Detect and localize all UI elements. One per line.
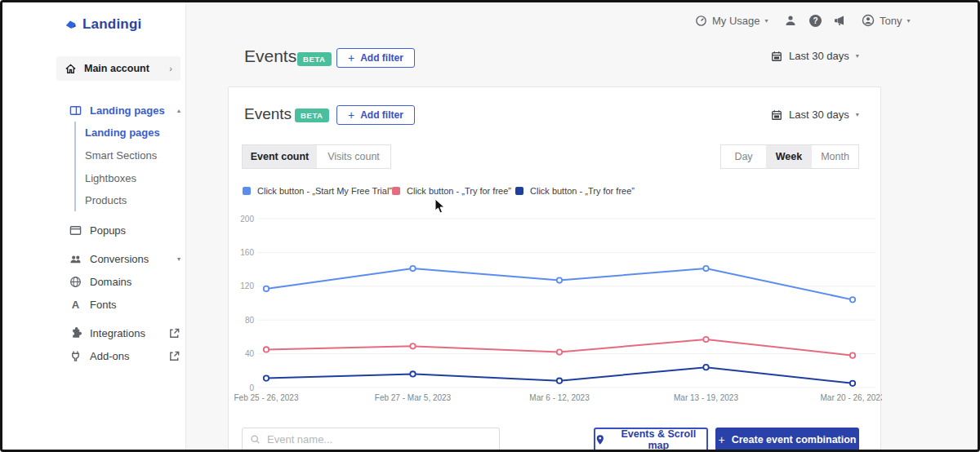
- user-name: Tony: [880, 15, 902, 27]
- chevron-up-icon: ▴: [177, 107, 180, 114]
- events-chart[interactable]: 04080120160200Feb 25 - 26, 2023Feb 27 - …: [229, 210, 882, 410]
- events-scroll-map-label: Events & Scroll map: [611, 428, 706, 451]
- events-scroll-map-button[interactable]: Events & Scroll map: [594, 428, 708, 452]
- conversions-label: Conversions: [90, 253, 169, 265]
- page-title: Events: [244, 47, 296, 66]
- sidebar-item-landing-pages[interactable]: Landing pages: [85, 126, 180, 139]
- create-event-combination-button[interactable]: + Create event combination: [715, 428, 859, 452]
- popups-icon: [69, 224, 82, 237]
- add-filter-button[interactable]: + Add filter: [336, 105, 415, 125]
- legend-label: Click button - „Start My Free Trial”: [257, 186, 392, 196]
- legend-label: Click button - „Try for free”: [407, 186, 511, 196]
- fonts-label: Fonts: [90, 299, 180, 311]
- svg-text:Feb 27 - Mar 5, 2023: Feb 27 - Mar 5, 2023: [375, 393, 452, 402]
- svg-text:Mar 13 - 19, 2023: Mar 13 - 19, 2023: [674, 393, 738, 402]
- plug-icon: [69, 350, 82, 362]
- integrations-label: Integrations: [90, 327, 160, 339]
- legend-item[interactable]: Click button - „Try for free”: [392, 186, 511, 196]
- subnav-label: Smart Sections: [85, 149, 157, 162]
- chevron-right-icon: ›: [169, 64, 172, 73]
- event-search-field[interactable]: [242, 428, 500, 451]
- beta-badge: BETA: [295, 109, 329, 122]
- referral-button[interactable]: [784, 13, 797, 28]
- user-menu[interactable]: Tony ▾: [862, 13, 910, 28]
- plus-icon: +: [348, 51, 354, 64]
- svg-text:80: 80: [245, 316, 255, 325]
- home-icon: [65, 63, 77, 75]
- sidebar-item-smart-sections[interactable]: Smart Sections: [85, 148, 180, 162]
- logo-text: Landingi: [82, 16, 141, 33]
- mouse-cursor: [434, 198, 446, 215]
- landingi-logo-icon: [65, 19, 77, 31]
- granularity-day[interactable]: Day: [720, 144, 767, 169]
- sidebar-item-fonts[interactable]: A Fonts: [69, 297, 180, 312]
- announcements-button[interactable]: [833, 13, 846, 28]
- popups-label: Popups: [90, 224, 180, 237]
- sidebar-item-integrations[interactable]: Integrations: [69, 326, 180, 340]
- subnav-label: Landing pages: [85, 126, 160, 139]
- gauge-icon: [695, 15, 707, 27]
- svg-text:40: 40: [245, 349, 255, 358]
- date-range-picker[interactable]: Last 30 days ▾: [771, 50, 859, 62]
- event-name-input[interactable]: [267, 433, 492, 445]
- calendar-icon: [771, 51, 782, 62]
- add-ons-label: Add-ons: [90, 350, 160, 362]
- granularity-month[interactable]: Month: [812, 144, 859, 169]
- sidebar-item-add-ons[interactable]: Add-ons: [69, 348, 180, 363]
- sidebar-item-lightboxes[interactable]: Lightboxes: [85, 171, 180, 184]
- sidebar-item-main-account[interactable]: Main account ›: [56, 56, 180, 81]
- help-button[interactable]: ?: [809, 13, 822, 28]
- legend-swatch: [243, 187, 251, 195]
- sidebar-item-products[interactable]: Products: [85, 193, 180, 206]
- svg-text:200: 200: [240, 215, 254, 224]
- sidebar-item-landing-pages-group[interactable]: Landing pages ▴: [69, 103, 180, 117]
- legend-item[interactable]: Click button - „Start My Free Trial”: [243, 186, 392, 196]
- external-link-icon: [168, 327, 180, 339]
- subnav-label: Lightboxes: [85, 172, 136, 184]
- domains-icon: [69, 276, 82, 288]
- calendar-icon: [771, 109, 782, 121]
- main-account-label: Main account: [84, 63, 162, 74]
- tab-visits-count[interactable]: Visits count: [317, 144, 391, 169]
- map-pin-icon: [595, 434, 605, 445]
- svg-text:Mar 20 - 26, 2023: Mar 20 - 26, 2023: [821, 393, 882, 402]
- logo[interactable]: Landingi: [65, 16, 141, 33]
- help-icon: ?: [809, 15, 822, 27]
- integrations-icon: [69, 327, 82, 339]
- legend-swatch: [515, 187, 523, 195]
- user-circle-icon: [862, 14, 875, 27]
- my-usage-menu[interactable]: My Usage ▾: [695, 13, 768, 28]
- legend-item[interactable]: Click button - „Try for free”: [515, 186, 635, 196]
- sidebar: Landingi Main account › Landing pages ▴ …: [2, 2, 186, 450]
- date-range-label: Last 30 days: [789, 50, 849, 62]
- external-link-icon: [168, 350, 180, 362]
- domains-label: Domains: [90, 276, 180, 288]
- conversions-icon: [69, 253, 82, 265]
- search-icon: [250, 434, 261, 445]
- svg-text:120: 120: [240, 281, 254, 290]
- svg-text:160: 160: [240, 248, 254, 257]
- beta-badge: BETA: [297, 52, 332, 66]
- sidebar-item-popups[interactable]: Popups: [69, 223, 180, 237]
- events-panel: Events BETA + Add filter Last 30 days ▾ …: [228, 86, 881, 452]
- chevron-down-icon: ▾: [856, 111, 859, 118]
- subnav-rail: [74, 122, 76, 211]
- sidebar-item-domains[interactable]: Domains: [69, 274, 180, 289]
- add-filter-label: Add filter: [360, 109, 403, 121]
- fonts-icon: A: [69, 299, 82, 311]
- megaphone-icon: [833, 14, 846, 27]
- plus-icon: +: [718, 433, 724, 446]
- plus-icon: +: [348, 109, 354, 122]
- date-range-picker[interactable]: Last 30 days ▾: [771, 109, 859, 121]
- svg-text:Feb 25 - 26, 2023: Feb 25 - 26, 2023: [234, 393, 299, 402]
- landing-pages-icon: [69, 104, 82, 117]
- sidebar-item-conversions[interactable]: Conversions ▾: [69, 251, 180, 266]
- chevron-down-icon: ▾: [856, 52, 859, 60]
- panel-title: Events: [244, 105, 292, 123]
- granularity-week[interactable]: Week: [766, 144, 813, 169]
- person-icon: [784, 14, 797, 27]
- tab-event-count[interactable]: Event count: [242, 144, 318, 169]
- chevron-down-icon: ▾: [906, 17, 910, 24]
- subnav-label: Products: [85, 194, 127, 206]
- add-filter-button[interactable]: + Add filter: [336, 48, 415, 68]
